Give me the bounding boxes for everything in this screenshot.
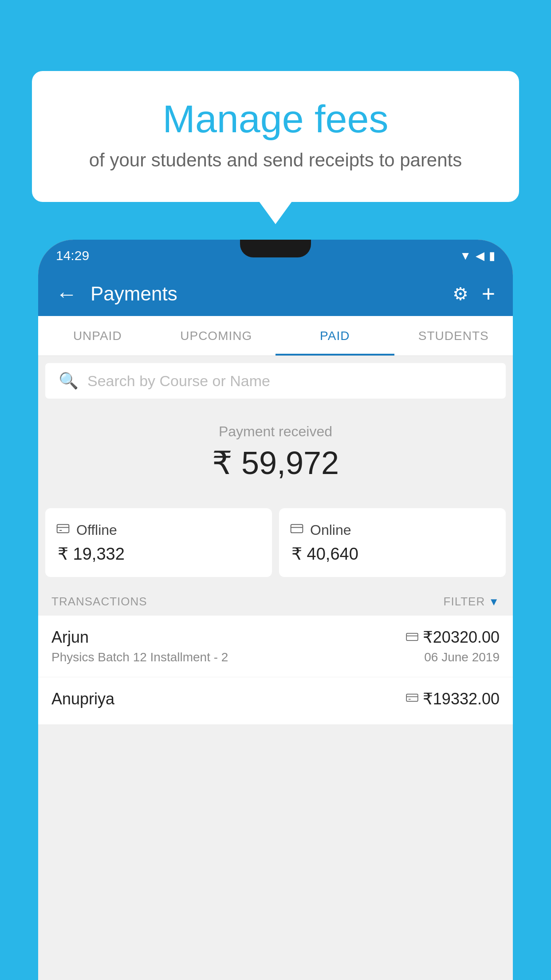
app-bar-actions: ⚙ + [453,281,495,307]
settings-button[interactable]: ⚙ [453,284,468,304]
svg-rect-3 [291,525,303,533]
table-row[interactable]: Anupriya ₹19332.00 [38,677,513,725]
online-icon [290,522,304,539]
svg-rect-7 [406,694,418,701]
tab-upcoming[interactable]: UPCOMING [157,316,276,356]
speech-bubble-container: Manage fees of your students and send re… [32,71,519,202]
tab-bar: UNPAID UPCOMING PAID STUDENTS [38,316,513,356]
speech-bubble: Manage fees of your students and send re… [32,71,519,202]
online-card: Online ₹ 40,640 [279,508,506,577]
search-icon: 🔍 [59,371,79,390]
transaction-course: Physics Batch 12 Installment - 2 [51,650,228,664]
payment-summary: Payment received ₹ 59,972 [38,406,513,508]
transactions-header: TRANSACTIONS FILTER ▼ [38,586,513,616]
offline-icon [56,522,70,539]
payment-received-label: Payment received [47,423,504,440]
battery-icon: ▮ [489,249,495,263]
status-bar: 14:29 ▼ ◀ ▮ [38,240,513,272]
status-icons: ▼ ◀ ▮ [460,249,495,263]
tab-paid[interactable]: PAID [276,316,394,356]
filter-icon: ▼ [488,596,500,608]
online-label: Online [310,522,351,538]
transaction-list: Arjun ₹20320.00 Physics [38,616,513,725]
signal-icon: ◀ [476,249,484,263]
transaction-amount-wrap: ₹20320.00 [406,628,500,647]
offline-label: Offline [76,522,117,538]
table-row[interactable]: Arjun ₹20320.00 Physics [38,616,513,677]
svg-rect-5 [406,633,418,640]
svg-rect-0 [57,525,69,533]
transaction-date: 06 June 2019 [424,650,500,664]
tab-unpaid[interactable]: UNPAID [38,316,157,356]
cash-icon [406,692,418,706]
speech-bubble-subtitle: of your students and send receipts to pa… [67,150,484,171]
card-icon [406,630,418,644]
phone-frame: 14:29 ▼ ◀ ▮ ← Payments ⚙ + UNPAID UPCOMI… [38,240,513,980]
payment-total-amount: ₹ 59,972 [47,444,504,482]
back-button[interactable]: ← [56,282,77,306]
add-button[interactable]: + [482,281,495,307]
online-amount: ₹ 40,640 [290,544,495,564]
payment-cards: Offline ₹ 19,332 Online ₹ 4 [38,508,513,586]
offline-amount: ₹ 19,332 [56,544,261,564]
phone-screen: 14:29 ▼ ◀ ▮ ← Payments ⚙ + UNPAID UPCOMI… [38,240,513,980]
filter-button[interactable]: FILTER ▼ [444,595,500,609]
tab-students[interactable]: STUDENTS [394,316,513,356]
search-input[interactable]: Search by Course or Name [87,372,270,390]
app-content: 🔍 Search by Course or Name Payment recei… [38,356,513,980]
transaction-name: Arjun [51,628,89,647]
status-time: 14:29 [56,248,89,263]
offline-card: Offline ₹ 19,332 [45,508,272,577]
speech-bubble-title: Manage fees [67,98,484,141]
app-bar-title: Payments [91,283,439,305]
transaction-amount: ₹19332.00 [423,690,500,708]
search-bar[interactable]: 🔍 Search by Course or Name [45,363,506,399]
transaction-amount-wrap: ₹19332.00 [406,690,500,708]
transaction-name: Anupriya [51,690,114,708]
wifi-icon: ▼ [460,249,471,263]
transaction-amount: ₹20320.00 [423,628,500,647]
app-bar: ← Payments ⚙ + [38,272,513,316]
transactions-label: TRANSACTIONS [51,595,147,609]
